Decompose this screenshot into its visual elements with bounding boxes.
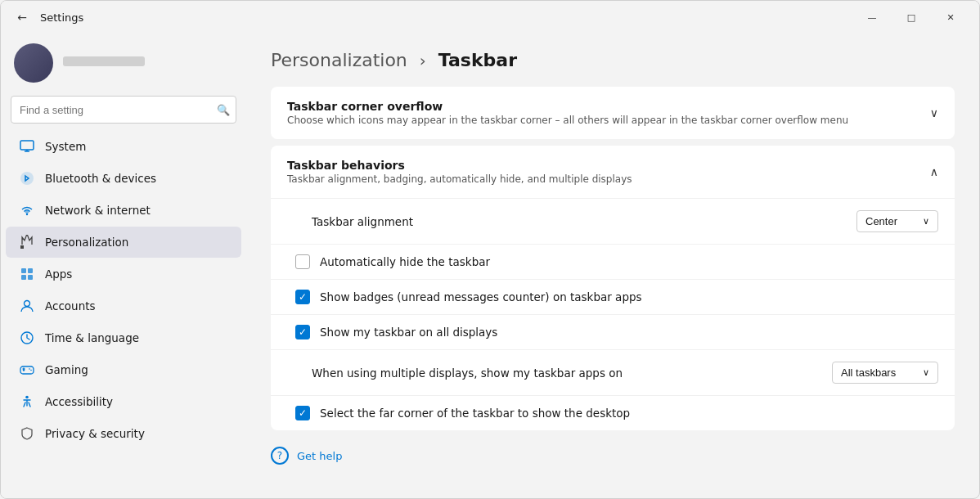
sidebar-item-accessibility[interactable]: Accessibility <box>6 386 241 417</box>
svg-rect-6 <box>21 268 26 273</box>
svg-rect-0 <box>20 141 34 150</box>
svg-point-10 <box>25 301 30 307</box>
sidebar-item-accounts[interactable]: Accounts <box>6 290 241 321</box>
close-button[interactable]: ✕ <box>932 4 969 30</box>
personalization-icon <box>19 234 35 250</box>
show-badges-label: Show badges (unread messages counter) on… <box>320 290 642 303</box>
sidebar-item-privacy[interactable]: Privacy & security <box>6 418 241 449</box>
maximize-button[interactable]: □ <box>892 4 930 30</box>
section-corner-overflow-text: Taskbar corner overflow Choose which ico… <box>287 100 848 126</box>
auto-hide-checkbox[interactable] <box>295 254 310 269</box>
sidebar-item-system-label: System <box>45 140 86 153</box>
search-input[interactable] <box>11 96 236 124</box>
auto-hide-label: Automatically hide the taskbar <box>320 255 490 268</box>
sidebar-item-network[interactable]: Network & internet <box>6 195 241 226</box>
get-help-label: Get help <box>297 450 342 462</box>
svg-point-16 <box>29 368 30 370</box>
svg-rect-9 <box>28 275 33 280</box>
section-behaviors-header[interactable]: Taskbar behaviors Taskbar alignment, bad… <box>271 146 955 198</box>
section-corner-overflow-desc: Choose which icons may appear in the tas… <box>287 115 848 126</box>
avatar <box>14 43 53 83</box>
sidebar: 🔍 System <box>1 34 246 498</box>
section-behaviors-body: Taskbar alignment Center ∨ Automatica <box>271 198 955 430</box>
section-behaviors-title: Taskbar behaviors <box>287 159 632 172</box>
window-controls: — □ ✕ <box>853 4 969 30</box>
multiple-displays-dropdown[interactable]: All taskbars ∨ <box>832 362 938 384</box>
svg-point-18 <box>25 396 29 399</box>
far-corner-checkbox[interactable] <box>295 406 310 420</box>
settings-window: ← Settings — □ ✕ <box>0 0 980 499</box>
taskbar-alignment-row: Taskbar alignment Center ∨ <box>271 198 955 244</box>
breadcrumb: Personalization › Taskbar <box>271 50 955 70</box>
svg-rect-5 <box>20 245 24 249</box>
show-all-displays-row: Show my taskbar on all displays <box>271 314 955 349</box>
multiple-displays-row: When using multiple displays, show my ta… <box>271 349 955 395</box>
titlebar: ← Settings — □ ✕ <box>1 1 979 34</box>
section-behaviors-desc: Taskbar alignment, badging, automaticall… <box>287 173 632 185</box>
section-corner-overflow: Taskbar corner overflow Choose which ico… <box>271 87 955 139</box>
svg-point-3 <box>20 172 34 185</box>
show-all-displays-label: Show my taskbar on all displays <box>320 326 497 339</box>
privacy-icon <box>19 425 35 442</box>
chevron-up-icon: ∧ <box>930 165 938 178</box>
sidebar-item-gaming[interactable]: Gaming <box>6 354 241 385</box>
chevron-down-icon: ∨ <box>930 106 938 119</box>
get-help-link[interactable]: ? Get help <box>271 443 955 468</box>
multiple-displays-label: When using multiple displays, show my ta… <box>312 366 623 380</box>
breadcrumb-parent[interactable]: Personalization <box>271 50 407 70</box>
user-profile[interactable] <box>1 34 246 96</box>
sidebar-item-accessibility-label: Accessibility <box>45 395 113 408</box>
accounts-icon <box>19 298 35 314</box>
apps-icon <box>19 266 35 282</box>
gaming-icon <box>19 362 35 378</box>
show-badges-checkbox[interactable] <box>295 290 310 304</box>
sidebar-item-personalization-label: Personalization <box>45 236 128 249</box>
far-corner-label: Select the far corner of the taskbar to … <box>320 407 630 420</box>
auto-hide-row: Automatically hide the taskbar <box>271 244 955 279</box>
content-area: 🔍 System <box>1 34 979 498</box>
far-corner-checkbox-wrap[interactable] <box>295 406 310 420</box>
sidebar-item-time[interactable]: Time & language <box>6 322 241 353</box>
sidebar-item-apps[interactable]: Apps <box>6 258 241 290</box>
help-icon: ? <box>271 447 289 465</box>
sidebar-item-bluetooth-label: Bluetooth & devices <box>45 172 156 185</box>
user-name <box>63 56 145 66</box>
taskbar-alignment-value: Center <box>865 215 897 227</box>
sidebar-item-privacy-label: Privacy & security <box>45 427 145 440</box>
sidebar-nav: System Bluetooth & devices <box>1 130 246 450</box>
sidebar-item-bluetooth[interactable]: Bluetooth & devices <box>6 163 241 194</box>
auto-hide-checkbox-wrap[interactable] <box>295 254 310 269</box>
system-icon <box>19 138 35 155</box>
sidebar-item-apps-label: Apps <box>45 267 72 281</box>
show-badges-checkbox-wrap[interactable] <box>295 290 310 304</box>
multiple-displays-value: All taskbars <box>841 366 896 379</box>
sidebar-item-accounts-label: Accounts <box>45 299 96 312</box>
network-icon <box>19 202 35 218</box>
svg-point-4 <box>26 214 28 215</box>
section-corner-overflow-header[interactable]: Taskbar corner overflow Choose which ico… <box>271 87 955 139</box>
minimize-button[interactable]: — <box>853 4 891 30</box>
user-info <box>63 56 145 70</box>
section-behaviors-text: Taskbar behaviors Taskbar alignment, bad… <box>287 159 632 185</box>
taskbar-alignment-dropdown[interactable]: Center ∨ <box>856 210 938 232</box>
sidebar-item-gaming-label: Gaming <box>45 363 88 376</box>
window-title: Settings <box>40 11 83 24</box>
accessibility-icon <box>19 393 35 410</box>
breadcrumb-separator: › <box>420 51 426 70</box>
svg-point-17 <box>30 370 32 371</box>
time-icon <box>19 330 35 346</box>
svg-rect-7 <box>28 268 33 273</box>
back-button[interactable]: ← <box>11 6 34 29</box>
sidebar-item-personalization[interactable]: Personalization <box>6 227 241 258</box>
main-wrapper: Personalization › Taskbar Taskbar corner… <box>246 34 979 498</box>
show-all-displays-checkbox-wrap[interactable] <box>295 325 310 339</box>
main-content: Personalization › Taskbar Taskbar corner… <box>246 34 979 484</box>
section-corner-overflow-title: Taskbar corner overflow <box>287 100 848 113</box>
sidebar-item-system[interactable]: System <box>6 131 241 162</box>
show-all-displays-checkbox[interactable] <box>295 325 310 339</box>
sidebar-item-network-label: Network & internet <box>45 204 151 217</box>
taskbar-alignment-label: Taskbar alignment <box>312 215 413 228</box>
bluetooth-icon <box>19 170 35 187</box>
search-icon: 🔍 <box>217 104 230 116</box>
far-corner-row: Select the far corner of the taskbar to … <box>271 395 955 430</box>
